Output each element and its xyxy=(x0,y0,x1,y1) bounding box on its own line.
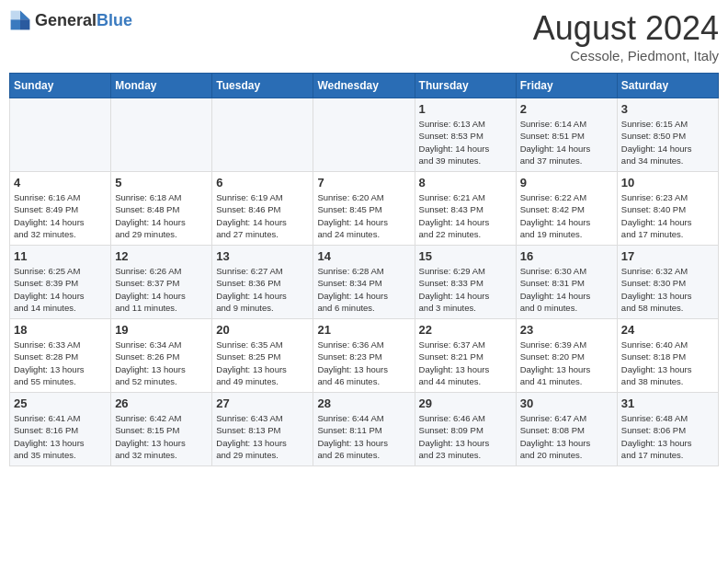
calendar-table: SundayMondayTuesdayWednesdayThursdayFrid… xyxy=(9,73,719,466)
week-row-2: 11Sunrise: 6:25 AM Sunset: 8:39 PM Dayli… xyxy=(10,246,719,319)
day-info: Sunrise: 6:41 AM Sunset: 8:16 PM Dayligh… xyxy=(14,412,107,461)
day-cell: 15Sunrise: 6:29 AM Sunset: 8:33 PM Dayli… xyxy=(415,246,516,319)
title-block: August 2024 Cessole, Piedmont, Italy xyxy=(533,9,719,63)
day-info: Sunrise: 6:15 AM Sunset: 8:50 PM Dayligh… xyxy=(621,118,714,167)
day-number: 9 xyxy=(520,176,613,190)
day-number: 26 xyxy=(115,396,208,410)
day-number: 16 xyxy=(520,249,613,263)
day-cell: 23Sunrise: 6:39 AM Sunset: 8:20 PM Dayli… xyxy=(516,319,617,393)
day-info: Sunrise: 6:44 AM Sunset: 8:11 PM Dayligh… xyxy=(317,412,410,461)
day-info: Sunrise: 6:30 AM Sunset: 8:31 PM Dayligh… xyxy=(520,265,613,314)
day-cell: 2Sunrise: 6:14 AM Sunset: 8:51 PM Daylig… xyxy=(516,98,617,172)
logo-icon xyxy=(9,9,31,31)
logo-text: GeneralBlue xyxy=(35,11,132,30)
logo: GeneralBlue xyxy=(9,9,132,31)
day-number: 11 xyxy=(14,249,107,263)
day-info: Sunrise: 6:21 AM Sunset: 8:43 PM Dayligh… xyxy=(419,191,512,240)
day-info: Sunrise: 6:19 AM Sunset: 8:46 PM Dayligh… xyxy=(216,191,309,240)
svg-marker-0 xyxy=(20,11,29,20)
day-info: Sunrise: 6:14 AM Sunset: 8:51 PM Dayligh… xyxy=(520,118,613,167)
day-cell: 13Sunrise: 6:27 AM Sunset: 8:36 PM Dayli… xyxy=(212,246,313,319)
day-info: Sunrise: 6:48 AM Sunset: 8:06 PM Dayligh… xyxy=(621,412,714,461)
day-number: 22 xyxy=(419,323,512,337)
day-info: Sunrise: 6:13 AM Sunset: 8:53 PM Dayligh… xyxy=(419,118,512,167)
day-info: Sunrise: 6:22 AM Sunset: 8:42 PM Dayligh… xyxy=(520,191,613,240)
day-number: 6 xyxy=(216,176,309,190)
svg-marker-1 xyxy=(20,19,29,29)
day-number: 2 xyxy=(520,102,613,116)
day-number: 12 xyxy=(115,249,208,263)
day-number: 18 xyxy=(14,323,107,337)
day-cell: 27Sunrise: 6:43 AM Sunset: 8:13 PM Dayli… xyxy=(212,393,313,466)
day-number: 29 xyxy=(419,396,512,410)
day-cell: 25Sunrise: 6:41 AM Sunset: 8:16 PM Dayli… xyxy=(10,393,111,466)
day-cell: 4Sunrise: 6:16 AM Sunset: 8:49 PM Daylig… xyxy=(10,172,111,246)
day-cell: 24Sunrise: 6:40 AM Sunset: 8:18 PM Dayli… xyxy=(617,319,718,393)
week-row-3: 18Sunrise: 6:33 AM Sunset: 8:28 PM Dayli… xyxy=(10,319,719,393)
week-row-4: 25Sunrise: 6:41 AM Sunset: 8:16 PM Dayli… xyxy=(10,393,719,466)
day-cell: 26Sunrise: 6:42 AM Sunset: 8:15 PM Dayli… xyxy=(111,393,212,466)
day-cell: 31Sunrise: 6:48 AM Sunset: 8:06 PM Dayli… xyxy=(617,393,718,466)
day-cell: 6Sunrise: 6:19 AM Sunset: 8:46 PM Daylig… xyxy=(212,172,313,246)
day-number: 20 xyxy=(216,323,309,337)
day-info: Sunrise: 6:32 AM Sunset: 8:30 PM Dayligh… xyxy=(621,265,714,314)
header-row: SundayMondayTuesdayWednesdayThursdayFrid… xyxy=(10,74,719,98)
day-cell: 29Sunrise: 6:46 AM Sunset: 8:09 PM Dayli… xyxy=(415,393,516,466)
day-number: 1 xyxy=(419,102,512,116)
day-number: 7 xyxy=(317,176,410,190)
day-number: 23 xyxy=(520,323,613,337)
calendar-header: SundayMondayTuesdayWednesdayThursdayFrid… xyxy=(10,74,719,98)
week-row-1: 4Sunrise: 6:16 AM Sunset: 8:49 PM Daylig… xyxy=(10,172,719,246)
day-cell: 21Sunrise: 6:36 AM Sunset: 8:23 PM Dayli… xyxy=(313,319,415,393)
day-number: 17 xyxy=(621,249,714,263)
calendar-title: August 2024 xyxy=(533,9,719,48)
day-cell: 7Sunrise: 6:20 AM Sunset: 8:45 PM Daylig… xyxy=(313,172,415,246)
day-number: 5 xyxy=(115,176,208,190)
day-cell: 28Sunrise: 6:44 AM Sunset: 8:11 PM Dayli… xyxy=(313,393,415,466)
day-cell xyxy=(10,98,111,172)
header-cell-thursday: Thursday xyxy=(415,74,516,98)
day-info: Sunrise: 6:46 AM Sunset: 8:09 PM Dayligh… xyxy=(419,412,512,461)
day-info: Sunrise: 6:28 AM Sunset: 8:34 PM Dayligh… xyxy=(317,265,410,314)
header-cell-sunday: Sunday xyxy=(10,74,111,98)
day-cell: 3Sunrise: 6:15 AM Sunset: 8:50 PM Daylig… xyxy=(617,98,718,172)
header-cell-tuesday: Tuesday xyxy=(212,74,313,98)
day-number: 19 xyxy=(115,323,208,337)
day-info: Sunrise: 6:18 AM Sunset: 8:48 PM Dayligh… xyxy=(115,191,208,240)
day-cell: 30Sunrise: 6:47 AM Sunset: 8:08 PM Dayli… xyxy=(516,393,617,466)
day-number: 24 xyxy=(621,323,714,337)
day-cell: 10Sunrise: 6:23 AM Sunset: 8:40 PM Dayli… xyxy=(617,172,718,246)
day-number: 14 xyxy=(317,249,410,263)
day-info: Sunrise: 6:20 AM Sunset: 8:45 PM Dayligh… xyxy=(317,191,410,240)
day-info: Sunrise: 6:37 AM Sunset: 8:21 PM Dayligh… xyxy=(419,339,512,387)
day-cell: 19Sunrise: 6:34 AM Sunset: 8:26 PM Dayli… xyxy=(111,319,212,393)
day-cell: 18Sunrise: 6:33 AM Sunset: 8:28 PM Dayli… xyxy=(10,319,111,393)
day-number: 28 xyxy=(317,396,410,410)
day-info: Sunrise: 6:23 AM Sunset: 8:40 PM Dayligh… xyxy=(621,191,714,240)
day-cell: 8Sunrise: 6:21 AM Sunset: 8:43 PM Daylig… xyxy=(415,172,516,246)
day-number: 8 xyxy=(419,176,512,190)
header-cell-saturday: Saturday xyxy=(617,74,718,98)
header-cell-monday: Monday xyxy=(111,74,212,98)
day-cell: 22Sunrise: 6:37 AM Sunset: 8:21 PM Dayli… xyxy=(415,319,516,393)
day-info: Sunrise: 6:35 AM Sunset: 8:25 PM Dayligh… xyxy=(216,339,309,387)
day-number: 13 xyxy=(216,249,309,263)
header-cell-wednesday: Wednesday xyxy=(313,74,415,98)
header-cell-friday: Friday xyxy=(516,74,617,98)
day-number: 30 xyxy=(520,396,613,410)
day-info: Sunrise: 6:42 AM Sunset: 8:15 PM Dayligh… xyxy=(115,412,208,461)
day-info: Sunrise: 6:39 AM Sunset: 8:20 PM Dayligh… xyxy=(520,339,613,387)
day-cell: 12Sunrise: 6:26 AM Sunset: 8:37 PM Dayli… xyxy=(111,246,212,319)
logo-blue: Blue xyxy=(97,11,132,29)
svg-marker-3 xyxy=(11,11,20,20)
calendar-body: 1Sunrise: 6:13 AM Sunset: 8:53 PM Daylig… xyxy=(10,98,719,466)
day-number: 21 xyxy=(317,323,410,337)
day-cell: 9Sunrise: 6:22 AM Sunset: 8:42 PM Daylig… xyxy=(516,172,617,246)
day-info: Sunrise: 6:33 AM Sunset: 8:28 PM Dayligh… xyxy=(14,339,107,387)
day-cell: 14Sunrise: 6:28 AM Sunset: 8:34 PM Dayli… xyxy=(313,246,415,319)
day-info: Sunrise: 6:25 AM Sunset: 8:39 PM Dayligh… xyxy=(14,265,107,314)
day-cell: 1Sunrise: 6:13 AM Sunset: 8:53 PM Daylig… xyxy=(415,98,516,172)
day-info: Sunrise: 6:26 AM Sunset: 8:37 PM Dayligh… xyxy=(115,265,208,314)
day-cell: 11Sunrise: 6:25 AM Sunset: 8:39 PM Dayli… xyxy=(10,246,111,319)
calendar-subtitle: Cessole, Piedmont, Italy xyxy=(533,48,719,63)
